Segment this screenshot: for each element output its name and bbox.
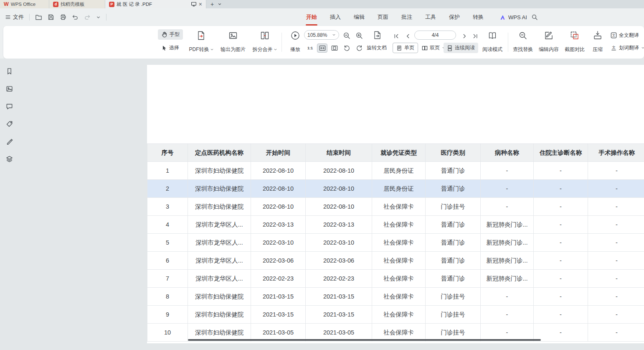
find-replace-button[interactable]: 查找替换	[510, 29, 535, 55]
left-panel-toolbar	[5, 67, 13, 163]
table-cell: -	[588, 162, 644, 180]
table-cell: 2022-03-13	[306, 216, 372, 234]
pdf-convert-button[interactable]: PDF转换	[186, 29, 216, 55]
tab-wps-office[interactable]: W WPS Office	[0, 0, 49, 8]
select-tool-button[interactable]: 选择	[158, 43, 183, 53]
find-replace-icon	[518, 31, 528, 41]
table-cell: -	[481, 288, 534, 306]
split-merge-button[interactable]: 拆分合并	[249, 29, 281, 55]
print-icon[interactable]	[60, 14, 66, 20]
menu-tab-protect[interactable]: 保护	[449, 8, 460, 26]
menu-tab-page[interactable]: 页面	[378, 8, 388, 26]
full-translate-button[interactable]: 文 全文翻译	[607, 30, 642, 41]
tab-docer-templates[interactable]: d 找稻壳模板	[49, 0, 105, 8]
word-translate-button[interactable]: 文 划词翻译	[607, 43, 644, 53]
single-page-button[interactable]: 单页	[393, 43, 418, 53]
compress-icon	[593, 31, 603, 41]
table-cell: 门诊挂号	[426, 306, 481, 324]
table-cell: -	[481, 162, 534, 180]
edit-content-button[interactable]: 编辑内容	[536, 29, 561, 55]
wps-ai-button[interactable]: WPS AI	[499, 8, 527, 26]
table-cell: 1	[147, 162, 188, 180]
menu-tab-comment[interactable]: 批注	[401, 8, 412, 26]
last-page-icon[interactable]	[470, 31, 480, 41]
word-translate-icon: 文	[611, 45, 617, 51]
column-header: 定点医药机构名称	[188, 144, 251, 162]
table-row: 6深圳市龙华区人...2022-03-062022-03-06社会保障卡普通门诊…	[147, 252, 644, 270]
monitor-icon[interactable]	[191, 1, 197, 7]
table-cell: -	[534, 162, 588, 180]
reading-mode-button[interactable]: 阅读模式	[479, 29, 505, 55]
first-page-icon[interactable]	[391, 31, 401, 41]
zoom-level-combobox[interactable]: 105.88%	[304, 30, 339, 40]
attachment-tag-icon[interactable]	[5, 120, 13, 128]
screenshot-compare-button[interactable]: 截图对比	[562, 29, 587, 55]
horizontal-scrollbar-thumb[interactable]	[188, 339, 541, 341]
file-menu-button[interactable]: 文件	[5, 13, 24, 21]
rotate-document-label: 旋转文档	[367, 44, 387, 51]
pdf-page[interactable]: 序号定点医药机构名称开始时间结束时间就诊凭证类型医疗类别病种名称住院主诊断名称手…	[147, 65, 644, 343]
new-tab-button[interactable]: +	[210, 1, 214, 8]
menu-tab-tools[interactable]: 工具	[425, 8, 436, 26]
tab-list-chevron-icon[interactable]	[218, 2, 222, 6]
export-image-button[interactable]: 输出为图片	[216, 29, 250, 55]
comment-panel-icon[interactable]	[5, 102, 13, 110]
zoom-out-icon[interactable]	[342, 31, 352, 41]
hamburger-icon	[5, 14, 11, 20]
table-row: 1深圳市妇幼保健院2022-08-102022-08-10居民身份证普通门诊--…	[147, 162, 644, 180]
column-header: 就诊凭证类型	[372, 144, 426, 162]
close-tab-icon[interactable]: ×	[199, 1, 202, 7]
svg-text:文: 文	[612, 45, 616, 49]
play-button[interactable]: 播放	[286, 29, 305, 55]
continuous-reading-button[interactable]: 连续阅读	[444, 43, 478, 53]
screenshot-compare-label: 截图对比	[565, 46, 585, 53]
previous-page-icon[interactable]	[403, 31, 413, 41]
table-cell: 深圳市妇幼保健院	[188, 198, 251, 216]
table-cell: 10	[147, 324, 188, 342]
bookmark-icon[interactable]	[5, 67, 13, 75]
wps-ai-label: WPS AI	[508, 14, 527, 20]
fit-width-button[interactable]	[317, 43, 327, 53]
rotate-left-icon[interactable]	[342, 43, 352, 53]
rotate-right-icon[interactable]	[354, 43, 364, 53]
layers-icon[interactable]	[5, 155, 13, 163]
play-label: 播放	[290, 46, 300, 53]
table-cell: 社会保障卡	[372, 252, 426, 270]
table-cell: 深圳市龙华区人...	[188, 252, 251, 270]
rotate-document-button[interactable]: 旋转文档	[365, 43, 388, 53]
actual-size-button[interactable]: 1:1	[305, 43, 315, 53]
undo-history-chevron-icon[interactable]	[96, 15, 101, 20]
wps-ai-icon	[499, 14, 506, 20]
thumbnail-panel-icon[interactable]	[5, 84, 13, 93]
search-icon[interactable]	[531, 14, 538, 20]
table-row: 3深圳市妇幼保健院2022-08-102022-08-10社会保障卡门诊挂号--…	[147, 198, 644, 216]
undo-icon[interactable]	[72, 14, 79, 20]
hand-tool-button[interactable]: 手型	[158, 29, 183, 40]
extract-pages-icon[interactable]	[373, 30, 383, 40]
fit-page-button[interactable]	[329, 43, 340, 53]
tab-label: 找稻壳模板	[61, 1, 85, 8]
export-image-icon	[228, 31, 238, 41]
column-header: 住院主诊断名称	[534, 144, 588, 162]
menu-tab-insert[interactable]: 插入	[330, 8, 341, 26]
table-cell: 深圳市妇幼保健院	[188, 288, 251, 306]
open-file-icon[interactable]	[35, 14, 42, 21]
tab-label: 就 医 记 录 .PDF	[117, 1, 152, 8]
tab-document-pdf[interactable]: P 就 医 记 录 .PDF ×	[105, 0, 206, 8]
wps-logo-icon: W	[4, 1, 9, 7]
next-page-icon[interactable]	[459, 31, 469, 41]
zoom-in-icon[interactable]	[354, 31, 364, 41]
redo-icon[interactable]	[84, 14, 91, 20]
save-icon[interactable]	[48, 14, 54, 20]
menu-tab-edit[interactable]: 编辑	[354, 8, 365, 26]
menu-tab-convert[interactable]: 转换	[473, 8, 484, 26]
table-cell: -	[588, 270, 644, 288]
table-cell: 2021-03-15	[251, 288, 306, 306]
menu-tab-home[interactable]: 开始	[306, 8, 317, 26]
page-number-input[interactable]	[414, 31, 456, 40]
reading-mode-label: 阅读模式	[482, 46, 502, 53]
table-row: 5深圳市龙华区人...2022-03-102022-03-10社会保障卡普通门诊…	[147, 234, 644, 252]
signature-pen-icon[interactable]	[5, 137, 13, 146]
compress-button[interactable]: 压缩	[588, 29, 607, 55]
hand-icon	[161, 31, 167, 38]
